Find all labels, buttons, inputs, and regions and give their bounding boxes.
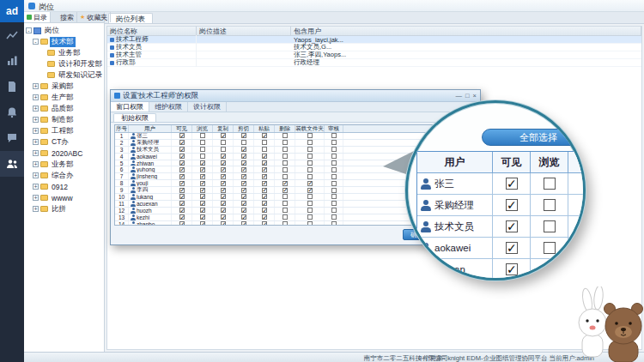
permission-checkbox[interactable] [241,221,246,226]
permission-checkbox[interactable] [307,167,313,172]
permission-checkbox[interactable] [221,181,226,186]
tree-item[interactable]: 业务部 [24,47,104,58]
perm-row[interactable]: 12huozh [115,208,440,214]
permission-checkbox[interactable] [262,154,267,159]
twisty-icon[interactable]: + [33,161,39,167]
tab-initial-perms[interactable]: 初始权限 [113,113,156,122]
permission-checkbox[interactable] [262,214,267,220]
magnified-row[interactable]: 张三 [417,173,586,195]
permission-checkbox[interactable] [241,201,246,206]
permission-checkbox[interactable] [331,201,337,206]
permission-checkbox[interactable] [200,214,205,220]
permission-checkbox[interactable] [241,133,246,138]
permission-checkbox[interactable] [283,208,288,213]
permission-checkbox[interactable] [331,154,337,159]
permission-checkbox[interactable] [241,167,246,172]
permission-checkbox[interactable] [331,174,337,179]
tree-item[interactable]: -岗位 [24,25,104,36]
permission-checkbox[interactable] [331,221,337,226]
twisty-icon[interactable]: + [33,117,39,123]
tab-search[interactable]: 搜索 [51,12,77,22]
permission-checkbox[interactable] [331,208,337,213]
tree-item[interactable]: +比拼 [24,203,104,214]
magnified-row[interactable]: 技术文员 [417,216,586,238]
permission-checkbox[interactable] [307,188,313,193]
permission-checkbox[interactable] [221,174,226,179]
permission-checkbox[interactable] [331,194,337,199]
permission-checkbox[interactable] [241,174,246,179]
perm-row[interactable]: 2采购经理 [115,140,440,147]
tab-window-perms[interactable]: 窗口权限 [111,102,149,112]
permission-checkbox[interactable] [221,133,226,138]
permission-checkbox[interactable] [179,194,185,199]
permission-checkbox[interactable] [283,147,288,152]
permission-checkbox[interactable] [262,174,267,179]
permission-checkbox[interactable] [544,199,556,211]
permission-checkbox[interactable] [179,188,185,193]
twisty-icon[interactable]: - [26,27,32,33]
twisty-icon[interactable]: + [33,184,39,190]
perm-row[interactable]: 13kezhi [115,214,440,221]
permission-checkbox[interactable] [262,221,267,226]
permission-checkbox[interactable] [200,181,205,186]
permission-checkbox[interactable] [179,154,185,159]
permission-checkbox[interactable] [544,242,556,254]
tree-item[interactable]: +品质部 [24,103,104,114]
permission-checkbox[interactable] [221,221,226,226]
permission-checkbox[interactable] [241,181,246,186]
permission-checkbox[interactable] [307,147,313,152]
tree-item[interactable]: +0912 [24,181,104,192]
tab-maintain-perms[interactable]: 维护权限 [149,102,188,112]
document-icon[interactable] [0,74,24,100]
permission-checkbox[interactable] [200,133,205,138]
permission-checkbox[interactable] [221,154,226,159]
permission-checkbox[interactable] [283,221,288,226]
line-chart-icon[interactable] [0,22,24,48]
permission-checkbox[interactable] [262,201,267,206]
permission-checkbox[interactable] [200,160,205,166]
permission-checkbox[interactable] [200,167,205,172]
permission-checkbox[interactable] [221,160,226,166]
permission-checkbox[interactable] [241,214,246,220]
permission-checkbox[interactable] [200,147,205,152]
perm-row[interactable]: 8youji [115,180,440,187]
permission-checkbox[interactable] [179,147,185,152]
permission-checkbox[interactable] [331,167,337,172]
permission-checkbox[interactable] [283,214,288,220]
permission-checkbox[interactable] [283,140,288,145]
magnified-row[interactable]: 采购经理 [417,195,586,216]
permission-checkbox[interactable] [262,133,267,138]
tree-item[interactable]: +工程部 [24,125,104,136]
permission-checkbox[interactable] [221,214,226,220]
permission-checkbox[interactable] [179,133,185,138]
permission-checkbox[interactable] [221,147,226,152]
tree-item[interactable]: +制造部 [24,114,104,125]
perm-row[interactable]: 10lukang [115,194,440,201]
permission-checkbox[interactable] [506,242,518,254]
permission-checkbox[interactable] [179,160,185,166]
permission-checkbox[interactable] [307,181,313,186]
twisty-icon[interactable]: + [33,94,39,100]
permission-checkbox[interactable] [544,178,556,190]
permission-checkbox[interactable] [262,188,267,193]
permission-checkbox[interactable] [221,140,226,145]
permission-checkbox[interactable] [241,208,246,213]
permission-checkbox[interactable] [179,140,185,145]
tree-item[interactable]: -技术部 [24,36,104,47]
permission-checkbox[interactable] [221,194,226,199]
permission-checkbox[interactable] [179,181,185,186]
table-row[interactable]: 行政部行政经理 [107,59,641,67]
permission-checkbox[interactable] [506,220,518,232]
tab-position-list[interactable]: 岗位列表 [108,13,153,23]
permission-checkbox[interactable] [506,199,518,211]
tree-item[interactable]: +业务部 [24,159,104,170]
permission-checkbox[interactable] [506,178,518,190]
minimize-icon[interactable]: — [456,92,463,100]
permission-checkbox[interactable] [307,160,313,166]
permission-checkbox[interactable] [307,154,313,159]
permission-checkbox[interactable] [200,154,205,159]
permission-checkbox[interactable] [307,208,313,213]
permission-checkbox[interactable] [331,160,337,166]
app-logo[interactable]: ad [0,0,24,22]
tree-item[interactable]: +采购部 [24,81,104,92]
